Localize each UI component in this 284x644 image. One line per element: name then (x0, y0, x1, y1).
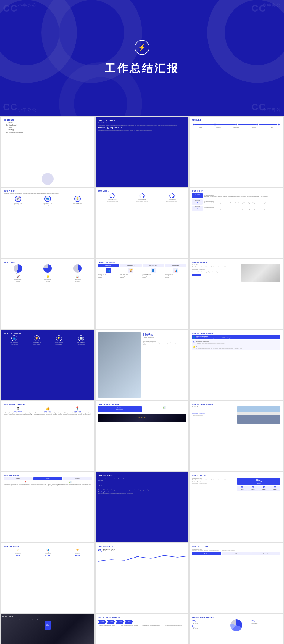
global3-t2: 📊 (143, 406, 186, 413)
global4-photo (237, 406, 280, 424)
team2-content: OUR TEAM Therefore I do for the next tim… (2, 616, 93, 631)
watermark-8: 小牛办公 (262, 107, 281, 113)
about1-icon-3: 👤 (143, 268, 164, 273)
s2-contact: Contact Information (98, 487, 186, 489)
global4-sub1: Lorem Ipsum (192, 408, 235, 410)
v1-t4: Lorem ipsum dummy text printing (165, 625, 186, 626)
visual2-pie (222, 619, 251, 631)
s3-stats-row2: 20%MARKER 30%MARKER 40%MARKER 60%MARKER (237, 486, 280, 491)
v1-step2: 2 STEP (107, 620, 115, 624)
global1-row-3: 💡 Lorem Ipsum If all that I did to choos… (192, 345, 280, 350)
vision3-blue-1: OPTIONS● (192, 193, 203, 198)
about1-text-row: INFORMATIONLorem Ipsumprinting INFORMATI… (98, 274, 186, 278)
about4-text: ABOUTCOMPANY Contact Information Therefo… (142, 332, 186, 398)
v1-step1: 1 STEP (98, 620, 106, 624)
s5-500-label: Total (111, 550, 115, 552)
team1-badges: Markers Skills Connector (192, 552, 280, 555)
about2-tech: Technology Supportions (192, 269, 239, 270)
about1-t4: INFORMATIONLorem Ipsumprinting (165, 274, 186, 278)
about1-icon-4: 📊 (165, 268, 186, 273)
timeline-labels: EventName What wedo OrganizedPart time A… (192, 127, 280, 130)
global3-photo: ✦ ✦ ✦ (98, 414, 186, 422)
s3-body: Therefore I do for the next time your bu… (192, 479, 235, 480)
s4-card-2: 📊 Lorem Ipsum Information ¥188 (33, 549, 62, 557)
v4-icon-3: 📊Lorem Ipsumprinting (63, 275, 92, 282)
global1-row-2: ⚙ Technology Supportions If you want to … (192, 340, 280, 344)
s4-price3: ¥488 (63, 554, 92, 557)
tl-label-1: EventName (192, 127, 208, 130)
visual2-layout: 30% Lore ipsum 6% Lore ipsum 80% Lore ip… (192, 619, 280, 631)
vision4-pie-1: Lorem (4, 264, 33, 275)
svg-point-1 (163, 555, 165, 556)
slide-introduction: INTRODUCTION ≋ Contact information There… (96, 117, 189, 187)
slide-global-1: OUR GLOBAL REACH 👤 Product Information T… (190, 330, 283, 400)
slide-19-title: OUR STRATEGY (4, 546, 92, 547)
slide-2-title: INTRODUCTION ≋ (98, 119, 186, 121)
global4-body2: Lorem ipsum printing (192, 415, 235, 416)
contents-deco (1, 173, 94, 185)
slide-10-title: ABOUT COMPANY (4, 332, 92, 334)
v1-step4: 4 STEP (125, 620, 133, 624)
s5-x1: 60% (98, 562, 100, 564)
s3-s3: 30%MARKER (248, 486, 259, 491)
s5-x3: 80% (184, 562, 186, 564)
vision1-icon-1: 🚀 INFORMATION Lorem Ipsum (4, 196, 33, 206)
s5-stat-500: 500 m Total (111, 548, 115, 552)
deco-circle-3 (207, 0, 284, 83)
s3-more: Lorem Ipsum (192, 485, 235, 486)
vision2-donut-3: INFORMATION Lorem Ipsum printing (157, 193, 186, 202)
slide-visual-1: VISUAL INFORMATION 1 STEP 2 STEP 3 STEP … (96, 614, 189, 644)
s1-tab-tender: Tender (33, 477, 62, 480)
timeline-row (193, 123, 280, 126)
slide-about-4: ABOUTCOMPANY Contact Information Therefo… (96, 330, 189, 400)
global4-text: Statistical Lorem Ipsum Lorem ipsum dolo… (192, 406, 235, 424)
about2-btn[interactable]: More Info (192, 274, 201, 276)
intro-body2: If you want to contact us regarding our … (98, 129, 186, 131)
contents-item-3: Our team (4, 126, 92, 128)
slide-strategy-3: OUR STRATEGY Contact Information Therefo… (190, 472, 283, 542)
tl-dot-1 (193, 123, 195, 126)
global4-mountain (237, 406, 280, 424)
slide-18-title: OUR STRATEGY (192, 475, 280, 476)
v2-pct1: 30% (192, 619, 221, 623)
tl-dot-4 (256, 123, 259, 126)
team2-phone-content: 20% (46, 624, 49, 627)
about2-body2: If you want to contact us regarding our … (192, 271, 239, 273)
contents-item-5: Our questions & solutions (4, 131, 92, 133)
s3-layout: Contact Information Therefore I do for t… (192, 478, 280, 491)
slide-21-title: CONTACT TEAM (192, 546, 280, 547)
slide-23-title: VISUAL INFORMATION (98, 617, 186, 619)
tl-label-4: AppliesPart & More (246, 127, 262, 130)
s2-body: Simply dummy text of the printing and ty… (98, 477, 186, 479)
s5-graph (98, 553, 186, 562)
slide-15-title: OUR GLOBAL REACH (192, 403, 280, 405)
s3-s4: 40%MARKER (259, 486, 270, 491)
team2-title: OUR TEAM (2, 616, 93, 617)
slide-3-title: TIMELINE (192, 119, 280, 121)
visual1-steps: 1 STEP 2 STEP 3 STEP 4 STEP (98, 620, 186, 624)
s3-body2: Technology Supportions info (192, 483, 235, 484)
about4-title: ABOUTCOMPANY (143, 332, 186, 336)
about1-icon-1: 👥 (98, 268, 119, 273)
vision4-pie-3: Lorem (63, 264, 92, 275)
global1-r1-text: Product Information Therefore I do for t… (196, 336, 233, 339)
about2-layout: Contact Information Therefore I do for t… (192, 264, 280, 282)
intro-subtitle: Contact information (98, 122, 186, 124)
visual2-pie-chart (230, 619, 242, 631)
slide-team-2: OUR TEAM Therefore I do for the next tim… (1, 614, 94, 644)
cover-slide: CC 小牛办公 CC 小牛办公 CC 小牛办公 CC 小牛办公 ⚡ 工作总结汇报 (0, 0, 284, 116)
slide-6-title: OUR VISON (192, 190, 280, 192)
slide-8-title: ABOUT COMPANY (98, 261, 186, 263)
slide-5-title: OUR VISON (98, 190, 186, 192)
tl-label-3: OrganizedPart time (228, 127, 244, 130)
s3-text: Contact Information Therefore I do for t… (192, 478, 235, 491)
global1-r2-text: Technology Supportions If you want to co… (196, 341, 224, 344)
about3-icons: 👥 INFORMATIONLorem Ipsum 🏆 INFORMATIONLo… (4, 335, 92, 345)
about1-t1: INFORMATIONLorem Ipsumprinting (98, 274, 119, 278)
about1-icon-2: 🏆 (120, 268, 141, 273)
watermark-6: 小牛办公 (18, 107, 37, 113)
s2-check-2: ✓ Tender (98, 482, 186, 484)
about3-icon-2: 🏆 INFORMATIONLorem Ipsum (26, 335, 47, 345)
s1-c2: 📊 Lorem Ipsum simply dummy text of the p… (48, 481, 92, 486)
contents-list: Our vision Our global reach Our team Our… (4, 122, 92, 133)
